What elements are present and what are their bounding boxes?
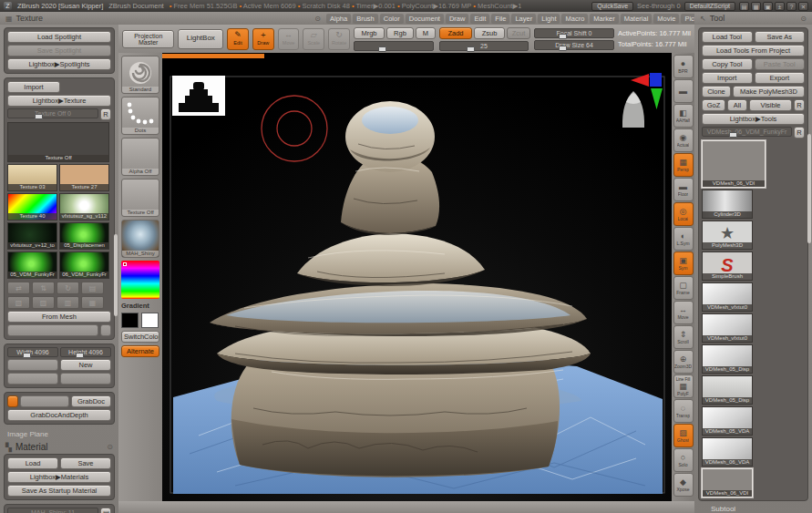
menu-item[interactable]: Color <box>380 14 404 24</box>
lightbox-divider-bar[interactable] <box>162 54 264 58</box>
material-selector[interactable]: MAH_Shiny <box>121 220 159 258</box>
focal-shift-slider[interactable]: Focal Shift 0 <box>534 28 614 38</box>
goz-button[interactable]: GoZ <box>702 99 725 111</box>
right-shelf-button[interactable]: ◎ Local <box>673 202 694 226</box>
right-shelf-button[interactable]: ▣ Sym <box>673 251 694 275</box>
right-shelf-button[interactable]: ▨ Ghost <box>673 424 694 447</box>
rgb-button[interactable]: Rgb <box>386 27 414 39</box>
flip-grabbed-button[interactable] <box>20 395 69 407</box>
texture-thumbnail[interactable]: 05_VDM_FunkyFr <box>7 251 57 279</box>
right-shelf-button[interactable]: ▦ Persp <box>673 153 694 177</box>
menu-item[interactable]: Draw <box>446 14 469 24</box>
right-shelf-button[interactable]: ▢ Frame <box>673 276 694 300</box>
lightbox-button[interactable]: LightBox <box>178 29 223 49</box>
zadd-button[interactable]: Zadd <box>439 27 472 39</box>
save-spotlight-button[interactable]: Save Spotlight <box>7 45 111 56</box>
load-tool-button[interactable]: Load Tool <box>702 31 753 43</box>
default-zscript-button[interactable]: DefaultZScript <box>684 2 735 11</box>
color-picker[interactable] <box>121 261 159 299</box>
z-intensity-slider[interactable]: 25 <box>439 41 529 51</box>
alpha-selector[interactable]: Alpha Off <box>121 138 159 176</box>
m-button[interactable]: M <box>416 27 436 39</box>
grabdoc-depth-button[interactable]: GrabDocAndDepth <box>7 409 111 421</box>
tool-thumbnail[interactable]: VDMesh_05_Disp <box>702 344 753 374</box>
startup-material-button[interactable]: Save As Startup Material <box>7 485 111 497</box>
goz-visible-button[interactable]: Visible <box>749 99 792 111</box>
img-source-toggle[interactable] <box>100 324 111 336</box>
fill-button[interactable] <box>7 373 58 385</box>
clone-texture-button[interactable] <box>7 359 58 371</box>
right-shelf-button[interactable]: ⊕ Zoom3D <box>673 350 694 374</box>
width-slider[interactable]: Width 4096 <box>7 347 58 357</box>
texture-edit-icon[interactable]: ▥ <box>57 296 79 309</box>
texture-edit-icon[interactable]: ▤ <box>81 282 104 294</box>
lightbox-texture-button[interactable]: Lightbox▶Texture <box>7 95 111 107</box>
texture-thumbnail[interactable]: Texture 40 <box>7 193 57 221</box>
menu-item[interactable]: Document <box>406 14 444 24</box>
right-shelf-button[interactable]: ◌ Transp <box>673 399 694 423</box>
rgb-intensity-slider[interactable] <box>354 41 434 51</box>
right-shelf-button[interactable]: ◧ AAHalf <box>673 104 694 128</box>
copy-tool-button[interactable]: Copy Tool <box>702 58 753 70</box>
lightbox-tools-button[interactable]: Lightbox▶Tools <box>702 113 805 125</box>
grab-toggle[interactable] <box>7 395 18 407</box>
right-shelf-button[interactable]: ◆ Xpose <box>673 473 694 497</box>
palette-menu-icon[interactable]: ⊙ <box>314 15 321 23</box>
window-button-icon[interactable]: ▤ <box>739 2 749 11</box>
edit-button[interactable]: ✎Edit <box>227 28 249 50</box>
menu-item[interactable]: Macro <box>561 14 588 24</box>
window-button-icon[interactable]: ▣ <box>763 2 773 11</box>
texture-edit-icon[interactable]: ⇄ <box>7 282 30 294</box>
load-tools-from-project-button[interactable]: Load Tools From Project <box>702 45 805 56</box>
from-mesh-button[interactable]: From Mesh <box>7 311 111 323</box>
texture-edit-icon[interactable]: ▧ <box>7 296 30 309</box>
right-shelf-button[interactable]: ○ Solo <box>673 448 694 472</box>
goz-all-button[interactable]: All <box>727 99 747 111</box>
menu-item[interactable]: Layer <box>511 14 536 24</box>
texture-r-button[interactable]: R <box>100 108 111 120</box>
material-gear-icon[interactable]: ⊙ <box>107 443 113 451</box>
window-button-icon[interactable]: ± <box>775 2 785 11</box>
right-shelf-button[interactable]: ↔ Move <box>673 301 694 324</box>
tool-thumbnail[interactable]: SimpleBrush <box>702 251 753 281</box>
height-slider[interactable]: Height 4096 <box>60 347 111 357</box>
see-through-slider[interactable]: See-through 0 <box>637 2 681 10</box>
tool-thumbnail[interactable]: PolyMesh3D <box>702 221 753 250</box>
palette-menu-icon[interactable]: ⊙ <box>800 15 807 23</box>
menu-item[interactable]: Edit <box>470 14 489 24</box>
quicksave-button[interactable]: QuickSave <box>591 2 633 11</box>
alternate-button[interactable]: Alternate <box>121 345 159 357</box>
tool-thumbnail[interactable]: Cylinder3D <box>702 190 753 219</box>
scale-button[interactable]: ▱Scale <box>303 28 324 50</box>
texture-edit-icon[interactable]: ▦ <box>81 296 104 309</box>
menu-item[interactable]: Marker <box>590 14 618 24</box>
texture-thumbnail[interactable]: Texture Off <box>7 122 109 162</box>
current-material-slider[interactable]: MAH_Shiny: 11 <box>7 508 98 513</box>
menu-item[interactable]: Light <box>538 14 560 24</box>
projection-master-button[interactable]: Projection Master <box>122 30 174 48</box>
create-button[interactable] <box>7 324 98 336</box>
menu-item[interactable]: Alpha <box>326 14 351 24</box>
right-shelf-button[interactable]: ◉ Actual <box>673 128 694 152</box>
texture-edit-icon[interactable]: ↻ <box>57 282 79 294</box>
tool-thumbnail[interactable]: VDMesh_vfxtut0 <box>702 313 753 343</box>
right-shelf-button[interactable]: ▬ <box>673 79 694 103</box>
paste-tool-button[interactable]: Paste Tool <box>755 58 806 70</box>
tool-thumbnail[interactable]: VDMesh_vfxtut0 <box>702 282 753 312</box>
tool-r-button[interactable]: R <box>794 99 805 111</box>
save-as-button[interactable]: Save As <box>755 31 806 43</box>
tool-thumbnail[interactable]: VDMesh_05_Disp <box>702 375 753 405</box>
menu-item[interactable]: Movie <box>653 14 679 24</box>
lightbox-spotlights-button[interactable]: Lightbox▶Spotlights <box>7 58 111 70</box>
export-tool-button[interactable]: Export <box>755 72 806 84</box>
zsub-button[interactable]: Zsub <box>474 27 505 39</box>
draw-size-slider[interactable]: Draw Size 64 <box>534 40 614 50</box>
texture-thumbnail[interactable]: 06_VDM_FunkyFr <box>59 251 109 279</box>
window-button-icon[interactable]: ✕ <box>798 2 808 11</box>
menu-item[interactable]: Material <box>621 14 653 24</box>
tool-subpalette-row[interactable]: Subtool <box>698 505 808 513</box>
tool-palette-scrollbar[interactable] <box>807 134 811 243</box>
lightbox-materials-button[interactable]: Lightbox▶Materials <box>7 471 111 483</box>
import-tool-button[interactable]: Import <box>702 72 753 84</box>
tool-thumbnail[interactable]: VDMesh_06_VDI <box>702 468 753 498</box>
